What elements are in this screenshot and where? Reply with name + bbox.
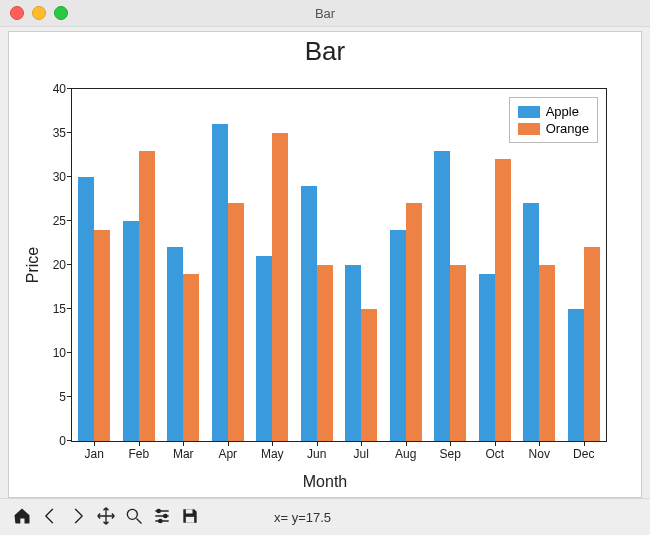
x-tick-mark xyxy=(361,441,362,446)
chart-title: Bar xyxy=(9,36,641,67)
y-tick-mark xyxy=(67,352,72,353)
cursor-status: x= y=17.5 xyxy=(274,510,331,525)
y-tick-mark xyxy=(67,176,72,177)
bar-apple xyxy=(479,274,495,441)
x-tick-label: Nov xyxy=(529,447,550,461)
bar-orange xyxy=(272,133,288,441)
configure-button[interactable] xyxy=(148,503,176,531)
y-tick-label: 20 xyxy=(53,258,66,272)
bar-apple xyxy=(390,230,406,441)
home-button[interactable] xyxy=(8,503,36,531)
x-tick-mark xyxy=(450,441,451,446)
bar-orange xyxy=(139,151,155,441)
bar-apple xyxy=(345,265,361,441)
move-icon xyxy=(96,506,116,529)
x-tick-label: Aug xyxy=(395,447,416,461)
back-icon xyxy=(40,506,60,529)
legend-label: Orange xyxy=(546,121,589,136)
y-tick-label: 30 xyxy=(53,170,66,184)
svg-point-0 xyxy=(127,509,137,519)
bar-apple xyxy=(167,247,183,441)
legend-item: Orange xyxy=(518,121,589,136)
app-window: Bar Bar Price Month AppleOrange 05101520… xyxy=(0,0,650,535)
x-tick-mark xyxy=(139,441,140,446)
forward-button[interactable] xyxy=(64,503,92,531)
x-axis-label: Month xyxy=(9,473,641,491)
y-tick-label: 25 xyxy=(53,214,66,228)
plot-container: Bar Price Month AppleOrange 051015202530… xyxy=(0,27,650,498)
legend-swatch xyxy=(518,106,540,118)
y-tick-mark xyxy=(67,220,72,221)
y-tick-mark xyxy=(67,132,72,133)
sliders-icon xyxy=(152,506,172,529)
y-tick-mark xyxy=(67,440,72,441)
zoom-button[interactable] xyxy=(120,503,148,531)
y-tick-label: 10 xyxy=(53,346,66,360)
bar-orange xyxy=(317,265,333,441)
y-tick-mark xyxy=(67,264,72,265)
x-tick-mark xyxy=(584,441,585,446)
bar-orange xyxy=(539,265,555,441)
forward-icon xyxy=(68,506,88,529)
svg-point-1 xyxy=(157,509,160,512)
svg-rect-5 xyxy=(186,516,194,522)
titlebar: Bar xyxy=(0,0,650,27)
bar-apple xyxy=(256,256,272,441)
x-tick-label: Feb xyxy=(128,447,149,461)
x-tick-mark xyxy=(495,441,496,446)
x-tick-mark xyxy=(183,441,184,446)
x-tick-label: Jan xyxy=(85,447,104,461)
x-tick-label: Apr xyxy=(218,447,237,461)
y-tick-mark xyxy=(67,396,72,397)
y-tick-label: 40 xyxy=(53,82,66,96)
x-tick-mark xyxy=(406,441,407,446)
pan-button[interactable] xyxy=(92,503,120,531)
svg-point-3 xyxy=(159,519,162,522)
y-tick-label: 15 xyxy=(53,302,66,316)
bar-apple xyxy=(523,203,539,441)
x-tick-mark xyxy=(272,441,273,446)
y-tick-mark xyxy=(67,308,72,309)
x-tick-mark xyxy=(317,441,318,446)
x-tick-label: Jun xyxy=(307,447,326,461)
bar-orange xyxy=(406,203,422,441)
bar-orange xyxy=(450,265,466,441)
x-tick-label: Mar xyxy=(173,447,194,461)
bar-orange xyxy=(495,159,511,441)
legend-item: Apple xyxy=(518,104,589,119)
y-tick-label: 5 xyxy=(59,390,66,404)
back-button[interactable] xyxy=(36,503,64,531)
svg-rect-4 xyxy=(186,509,193,513)
legend: AppleOrange xyxy=(509,97,598,143)
x-tick-label: Dec xyxy=(573,447,594,461)
x-tick-label: Sep xyxy=(440,447,461,461)
bar-apple xyxy=(212,124,228,441)
home-icon xyxy=(12,506,32,529)
bar-orange xyxy=(361,309,377,441)
legend-swatch xyxy=(518,123,540,135)
bar-apple xyxy=(434,151,450,441)
legend-label: Apple xyxy=(546,104,579,119)
x-tick-mark xyxy=(94,441,95,446)
bar-apple xyxy=(78,177,94,441)
bar-apple xyxy=(301,186,317,441)
y-tick-label: 35 xyxy=(53,126,66,140)
svg-point-2 xyxy=(164,514,167,517)
x-tick-label: Oct xyxy=(485,447,504,461)
bar-orange xyxy=(584,247,600,441)
bar-apple xyxy=(123,221,139,441)
x-tick-label: Jul xyxy=(354,447,369,461)
y-axis-label: Price xyxy=(24,246,42,282)
axes-area: AppleOrange 0510152025303540JanFebMarApr… xyxy=(71,88,607,442)
save-icon xyxy=(180,506,200,529)
window-title: Bar xyxy=(0,6,650,21)
x-tick-mark xyxy=(539,441,540,446)
x-tick-label: May xyxy=(261,447,284,461)
save-button[interactable] xyxy=(176,503,204,531)
toolbar: x= y=17.5 xyxy=(0,498,650,535)
bar-orange xyxy=(183,274,199,441)
y-tick-mark xyxy=(67,88,72,89)
plot-canvas[interactable]: Bar Price Month AppleOrange 051015202530… xyxy=(8,31,642,498)
y-tick-label: 0 xyxy=(59,434,66,448)
bar-orange xyxy=(94,230,110,441)
